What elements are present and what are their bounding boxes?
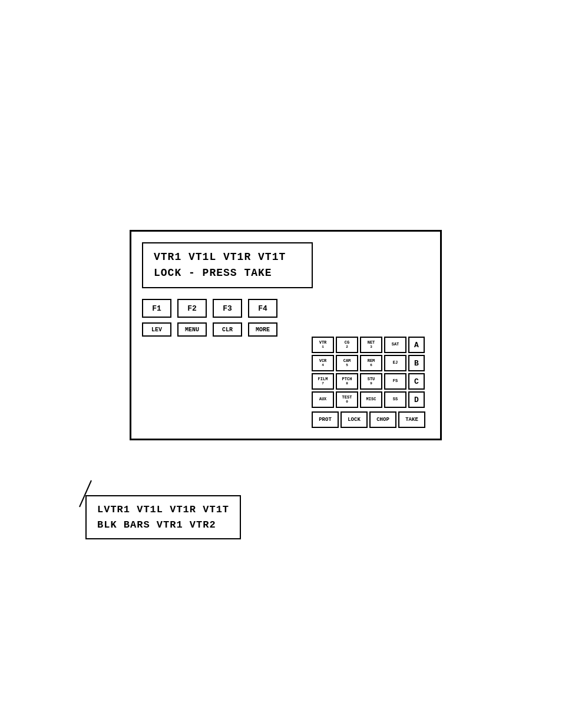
row-b-button[interactable]: B (408, 355, 425, 371)
left-section: VTR1 VT1L VT1R VT1T LOCK - PRESS TAKE F1… (142, 242, 313, 337)
ej-button[interactable]: EJ (384, 355, 406, 371)
source-row-b: VCR4 CAM5 REM6 EJ B (312, 355, 429, 371)
f2-button[interactable]: F2 (177, 299, 207, 318)
rem6-button[interactable]: REM6 (360, 355, 382, 371)
vtr1-button[interactable]: VTR1 (312, 337, 334, 353)
aux-button[interactable]: AUX (312, 391, 334, 408)
row-d-button[interactable]: D (408, 391, 425, 408)
misc-button[interactable]: MISC (360, 391, 382, 408)
fs-button[interactable]: FS (384, 373, 406, 390)
chop-button[interactable]: CHOP (369, 411, 396, 428)
vcr4-button[interactable]: VCR4 (312, 355, 334, 371)
display-line1: VTR1 VT1L VT1R VT1T (154, 249, 301, 265)
more-button[interactable]: MORE (248, 322, 277, 337)
lower-display-line2: BLK BARS VTR1 VTR2 (97, 518, 229, 533)
action-row: PROT LOCK CHOP TAKE (312, 411, 429, 428)
f3-button[interactable]: F3 (213, 299, 242, 318)
film7-button[interactable]: FILM7 (312, 373, 334, 390)
clr-button[interactable]: CLR (213, 322, 242, 337)
display-area: VTR1 VT1L VT1R VT1T LOCK - PRESS TAKE (142, 242, 313, 288)
menu-button[interactable]: MENU (177, 322, 207, 337)
f4-button[interactable]: F4 (248, 299, 277, 318)
ss-button[interactable]: SS (384, 391, 406, 408)
ptch8-button[interactable]: PTCH8 (336, 373, 358, 390)
lower-display-line1: LVTR1 VT1L VT1R VT1T (97, 502, 229, 518)
f1-button[interactable]: F1 (142, 299, 171, 318)
sat-button[interactable]: SAT (384, 337, 406, 353)
source-row-a: VTR1 CG2 NET3 SAT A (312, 337, 429, 353)
test0-button[interactable]: TEST0 (336, 391, 358, 408)
row-c-button[interactable]: C (408, 373, 425, 390)
lev-button[interactable]: LEV (142, 322, 171, 337)
sub-buttons-row: LEV MENU CLR MORE (142, 322, 313, 337)
stu9-button[interactable]: STU9 (360, 373, 382, 390)
prot-button[interactable]: PROT (312, 411, 339, 428)
source-row-c: FILM7 PTCH8 STU9 FS C (312, 373, 429, 390)
net3-button[interactable]: NET3 (360, 337, 382, 353)
source-row-d: AUX TEST0 MISC SS D (312, 391, 429, 408)
right-section: VTR1 CG2 NET3 SAT A VCR4 CAM5 REM6 EJ B … (312, 337, 429, 428)
take-button[interactable]: TAKE (398, 411, 425, 428)
cg2-button[interactable]: CG2 (336, 337, 358, 353)
fn-buttons-row: F1 F2 F3 F4 (142, 299, 313, 318)
cam5-button[interactable]: CAM5 (336, 355, 358, 371)
lock-button[interactable]: LOCK (340, 411, 368, 428)
lower-display: LVTR1 VT1L VT1R VT1T BLK BARS VTR1 VTR2 (85, 495, 241, 539)
main-panel: VTR1 VT1L VT1R VT1T LOCK - PRESS TAKE F1… (130, 230, 442, 440)
row-a-button[interactable]: A (408, 337, 425, 353)
display-line2: LOCK - PRESS TAKE (154, 265, 301, 281)
